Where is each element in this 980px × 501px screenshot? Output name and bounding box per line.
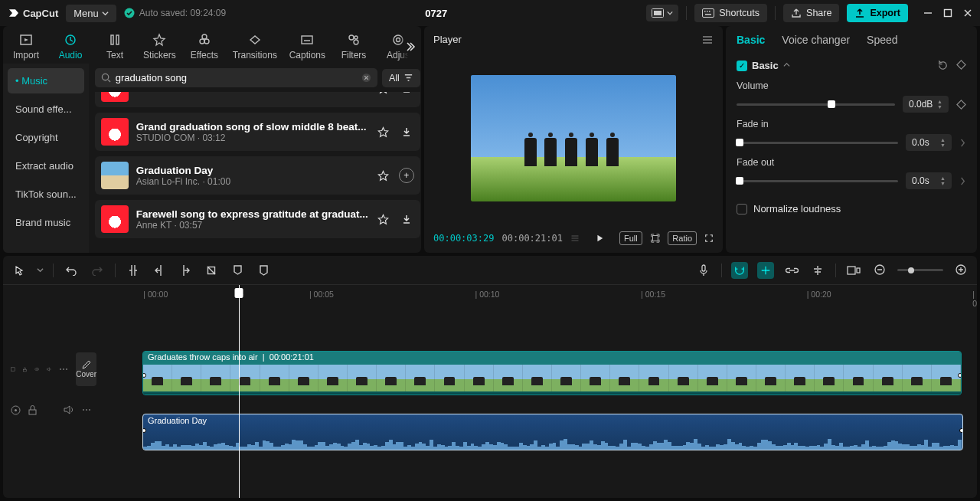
song-download-button[interactable] <box>399 211 414 227</box>
keyframe-icon[interactable] <box>956 100 966 110</box>
chevron-right-icon[interactable] <box>959 176 966 186</box>
props-tab-basic[interactable]: Basic <box>737 34 765 46</box>
basic-enabled-checkbox[interactable]: ✓ <box>737 61 747 71</box>
play-button[interactable] <box>595 233 604 244</box>
fadeout-value[interactable]: 0.0s▲▼ <box>906 172 952 189</box>
props-tab-voice-changer[interactable]: Voice changer <box>782 34 850 46</box>
marker-button[interactable] <box>229 262 246 279</box>
menu-button[interactable]: Menu <box>66 5 116 22</box>
clear-search-button[interactable] <box>361 73 371 83</box>
normalize-checkbox[interactable] <box>737 204 747 214</box>
chevron-down-icon[interactable] <box>37 267 44 273</box>
media-tab-text[interactable]: Text <box>100 32 130 61</box>
fullscreen-icon[interactable] <box>704 233 714 244</box>
playhead-handle[interactable] <box>235 288 243 298</box>
close-button[interactable] <box>963 8 972 18</box>
playhead[interactable] <box>239 285 240 498</box>
fadeout-slider[interactable] <box>737 180 898 182</box>
props-tab-speed[interactable]: Speed <box>867 34 897 46</box>
full-button[interactable]: Full <box>619 231 642 245</box>
sidebar-item-copyright[interactable]: Copyright <box>8 125 84 150</box>
share-button[interactable]: Share <box>783 4 839 22</box>
media-tab-import[interactable]: Import <box>11 32 41 61</box>
timeline-tracks[interactable]: 00:0000:0500:1000:1500:2000:25 Graduates… <box>104 285 977 498</box>
mic-button[interactable] <box>695 262 712 279</box>
media-tab-stickers[interactable]: Stickers <box>144 32 175 61</box>
lock-icon[interactable] <box>28 405 37 415</box>
zoom-out-button[interactable] <box>871 262 888 279</box>
ratio-preset-button[interactable] <box>646 5 678 21</box>
export-button[interactable]: Export <box>847 4 908 22</box>
magnet-button[interactable] <box>731 262 748 279</box>
track-more-icon[interactable]: ⋯ <box>82 404 91 415</box>
media-tab-filters[interactable]: Filters <box>338 32 369 61</box>
search-box[interactable] <box>95 68 377 87</box>
delete-button[interactable] <box>203 262 220 279</box>
track-more-icon[interactable]: ⋯ <box>59 364 68 375</box>
speaker-icon[interactable] <box>47 365 51 374</box>
eye-icon[interactable] <box>34 365 39 373</box>
scale-icon[interactable] <box>650 232 661 244</box>
redo-button[interactable] <box>89 262 106 279</box>
snap-button[interactable] <box>757 262 774 279</box>
video-clip[interactable]: Graduates throw caps into air | 00:00:21… <box>142 351 962 395</box>
chevron-right-icon[interactable] <box>959 138 966 148</box>
fadein-value[interactable]: 0.0s▲▼ <box>906 134 952 151</box>
ruler-mark: 00:25 <box>972 290 977 308</box>
svg-rect-6 <box>709 11 710 12</box>
song-item[interactable]: Kensuke Kawashima · 03:01 <box>95 92 420 107</box>
song-download-button[interactable] <box>399 124 414 139</box>
split-button[interactable] <box>125 262 142 279</box>
search-input[interactable] <box>116 72 357 84</box>
tag-button[interactable] <box>255 262 272 279</box>
ratio-button[interactable]: Ratio <box>668 231 697 245</box>
audio-clip[interactable]: Graduation Day <box>142 414 963 450</box>
link-button[interactable] <box>783 262 800 279</box>
media-tab-effects[interactable]: Effects <box>189 32 220 61</box>
lock-icon[interactable] <box>23 365 27 375</box>
video-track-icon[interactable] <box>11 365 15 374</box>
fadein-slider[interactable] <box>737 142 898 144</box>
maximize-button[interactable] <box>943 8 952 18</box>
song-add-button[interactable]: + <box>399 168 414 183</box>
speaker-icon[interactable] <box>64 405 74 414</box>
undo-button[interactable] <box>63 262 80 279</box>
volume-slider[interactable] <box>737 103 895 106</box>
media-tab-audio[interactable]: Audio <box>55 32 86 61</box>
chevron-down-icon[interactable] <box>783 62 790 69</box>
song-favorite-button[interactable] <box>376 92 391 96</box>
selection-tool[interactable] <box>11 262 28 279</box>
song-item[interactable]: Farewell song to express gratitude at gr… <box>95 200 420 238</box>
trim-right-button[interactable] <box>177 262 194 279</box>
song-favorite-button[interactable] <box>376 124 391 139</box>
song-item[interactable]: Grand graduation song of slow middle 8 b… <box>95 113 420 151</box>
sidebar-item-tiktok-soun-[interactable]: TikTok soun... <box>8 182 84 207</box>
audio-track-icon[interactable] <box>11 405 21 415</box>
player-stage[interactable] <box>471 75 676 201</box>
song-download-button[interactable] <box>399 92 414 96</box>
sidebar-item-sound-effe-[interactable]: Sound effe... <box>8 97 84 122</box>
song-favorite-button[interactable] <box>376 168 391 183</box>
sidebar-item-brand-music[interactable]: Brand music <box>8 210 84 235</box>
player-menu-icon[interactable] <box>701 34 714 45</box>
song-favorite-button[interactable] <box>376 211 391 227</box>
sidebar-item-music[interactable]: Music <box>8 68 84 93</box>
trim-left-button[interactable] <box>151 262 168 279</box>
keyframe-icon[interactable] <box>956 60 966 70</box>
shortcuts-button[interactable]: Shortcuts <box>694 4 767 22</box>
align-button[interactable] <box>809 262 826 279</box>
list-icon[interactable] <box>570 234 580 243</box>
preview-toggle[interactable] <box>845 262 862 279</box>
filter-button[interactable]: All <box>382 69 420 87</box>
zoom-in-button[interactable] <box>952 262 969 279</box>
volume-value[interactable]: 0.0dB▲▼ <box>903 96 949 113</box>
media-tab-transitions[interactable]: Transitions <box>234 32 276 61</box>
sidebar-item-extract-audio[interactable]: Extract audio <box>8 153 84 178</box>
cover-button[interactable]: Cover <box>76 352 96 386</box>
zoom-slider[interactable] <box>897 269 943 271</box>
reset-icon[interactable] <box>937 60 949 71</box>
tabs-more-button[interactable] <box>400 28 421 64</box>
song-item[interactable]: Graduation Day Asian Lo-Fi Inc. · 01:00 … <box>95 156 420 195</box>
minimize-button[interactable] <box>923 8 933 18</box>
media-tab-captions[interactable]: Captions <box>290 32 325 61</box>
